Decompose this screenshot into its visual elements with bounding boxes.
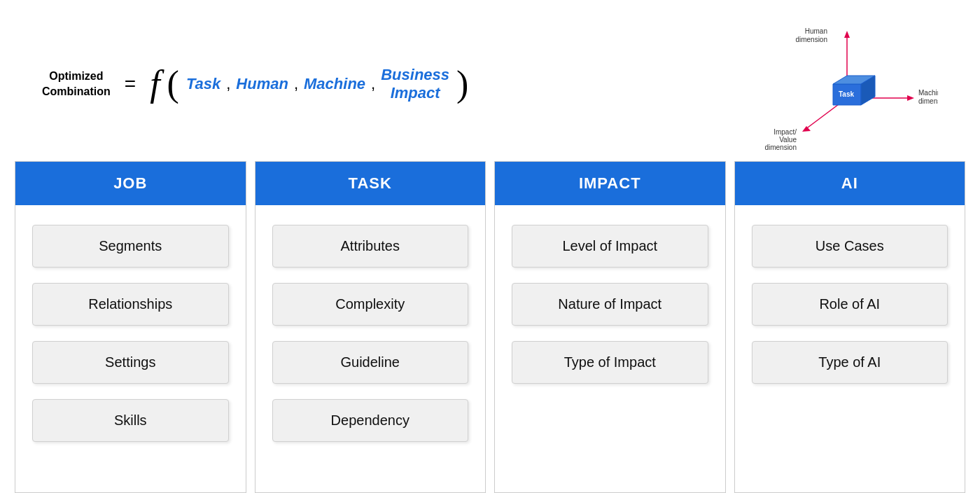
param-human: Human bbox=[236, 75, 288, 93]
paren-close: ) bbox=[456, 66, 468, 102]
column-body-job: SegmentsRelationshipsSettingsSkills bbox=[15, 205, 246, 492]
item-impact-2[interactable]: Type of Impact bbox=[512, 341, 708, 384]
item-job-1[interactable]: Relationships bbox=[32, 283, 229, 326]
diagram-area: Task Human dimension Machine/AI dimensio… bbox=[756, 14, 938, 154]
impact-dimension-label: Impact/ bbox=[774, 128, 797, 136]
column-task: TASKAttributesComplexityGuidelineDepende… bbox=[255, 161, 486, 493]
formula-label: Optimized Combination bbox=[42, 69, 111, 100]
item-job-3[interactable]: Skills bbox=[32, 399, 229, 442]
item-job-2[interactable]: Settings bbox=[32, 341, 229, 384]
item-task-2[interactable]: Guideline bbox=[272, 341, 469, 384]
human-axis-arrow bbox=[844, 31, 850, 38]
column-impact: IMPACTLevel of ImpactNature of ImpactTyp… bbox=[494, 161, 726, 493]
equals-sign: = bbox=[125, 73, 136, 95]
impact-dimension-label3: dimension bbox=[764, 144, 797, 151]
item-impact-1[interactable]: Nature of Impact bbox=[512, 283, 708, 326]
formula-area: Optimized Combination = f ( Task , Human… bbox=[42, 66, 756, 103]
task-cube-label: Task bbox=[839, 90, 854, 98]
column-ai: AIUse CasesRole of AIType of AI bbox=[734, 161, 966, 493]
item-job-0[interactable]: Segments bbox=[32, 225, 229, 268]
param-machine: Machine bbox=[304, 75, 365, 93]
machine-axis-arrow bbox=[907, 95, 914, 101]
item-task-3[interactable]: Dependency bbox=[272, 399, 469, 442]
machine-dimension-label: Machine/AI bbox=[918, 89, 938, 97]
column-header-impact: IMPACT bbox=[495, 162, 725, 205]
item-task-0[interactable]: Attributes bbox=[272, 225, 469, 268]
diagram-svg: Task Human dimension Machine/AI dimensio… bbox=[756, 14, 938, 154]
param-business: Business Impact bbox=[381, 66, 449, 103]
item-ai-0[interactable]: Use Cases bbox=[752, 225, 948, 268]
item-ai-2[interactable]: Type of AI bbox=[752, 341, 948, 384]
function-symbol: f bbox=[150, 66, 160, 102]
column-body-task: AttributesComplexityGuidelineDependency bbox=[255, 205, 486, 492]
column-header-task: TASK bbox=[255, 162, 486, 205]
human-dimension-label2: dimension bbox=[795, 36, 827, 43]
paren-open: ( bbox=[167, 66, 179, 102]
column-header-job: JOB bbox=[15, 162, 246, 205]
item-task-1[interactable]: Complexity bbox=[272, 283, 469, 326]
item-ai-1[interactable]: Role of AI bbox=[752, 283, 948, 326]
top-section: Optimized Combination = f ( Task , Human… bbox=[0, 0, 980, 161]
column-job: JOBSegmentsRelationshipsSettingsSkills bbox=[15, 161, 246, 493]
column-body-impact: Level of ImpactNature of ImpactType of I… bbox=[495, 205, 725, 492]
formula-params: Task , Human , Machine , Business Impact bbox=[186, 66, 449, 103]
sep3: , bbox=[371, 75, 375, 93]
sep2: , bbox=[294, 75, 298, 93]
param-task: Task bbox=[186, 75, 220, 93]
sep1: , bbox=[226, 75, 230, 93]
column-body-ai: Use CasesRole of AIType of AI bbox=[735, 205, 965, 492]
table-section: JOBSegmentsRelationshipsSettingsSkillsTA… bbox=[0, 161, 980, 493]
human-dimension-label: Human bbox=[805, 27, 827, 35]
machine-dimension-label2: dimension bbox=[918, 97, 938, 105]
impact-dimension-label2: Value bbox=[779, 136, 797, 144]
item-impact-0[interactable]: Level of Impact bbox=[512, 225, 708, 268]
column-header-ai: AI bbox=[735, 162, 965, 205]
